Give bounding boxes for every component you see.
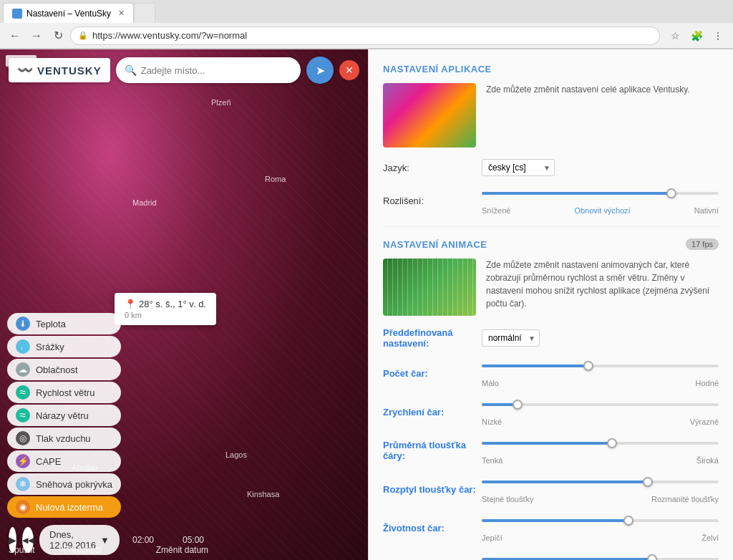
cape-label: CAPE — [36, 456, 61, 467]
zivotnost-labels: Jepičí Želví — [482, 534, 719, 542]
map-area[interactable]: 400 m Plzeň Roma Madrid Abidjan Lagos Ki… — [0, 49, 368, 560]
cape-icon: ⚡ — [16, 454, 30, 468]
search-box[interactable]: 🔍 — [116, 57, 301, 83]
anim-preview-lines — [383, 259, 476, 316]
menu-icon[interactable]: ⋮ — [709, 26, 727, 45]
pocet-car-content: Málo Hodné — [482, 359, 719, 387]
language-content: česky [cs] English [en] Deutsch [de] — [482, 159, 719, 176]
menu-item-rychlost-vetru[interactable]: ≈ Rychlost větru — [7, 382, 121, 403]
zivotnost-track[interactable] — [482, 519, 719, 522]
tab-title: Nastavení – VentuSky — [26, 9, 111, 19]
url-text: https://www.ventusky.com/?w=normal — [92, 30, 652, 41]
resolution-slider-container — [482, 186, 719, 201]
prumerna-tloustka-fill — [482, 442, 612, 445]
prumerna-tloustka-thumb[interactable] — [607, 438, 617, 448]
rozptyl-labels: Stejné tloušťky Rozmanité tloušťky — [482, 495, 719, 503]
back-button[interactable]: ← — [6, 26, 24, 45]
zrychleni-label: Zrychlení čar: — [383, 407, 476, 417]
pocet-car-thumb[interactable] — [583, 361, 593, 371]
zrychleni-track[interactable] — [482, 403, 719, 406]
city-label-roma: Roma — [265, 175, 286, 183]
zivotnost-high: Želví — [702, 534, 719, 542]
pocet-car-high: Hodné — [696, 379, 719, 387]
rozptyl-row: Rozptyl tloušťky čar: Stejné tloušťky Ro… — [383, 475, 719, 503]
menu-item-cape[interactable]: ⚡ CAPE — [7, 450, 121, 472]
app-preview-row: Zde můžete změnit nastavení celé aplikac… — [383, 83, 719, 148]
time-label-1: 02:00 — [132, 535, 154, 545]
resolution-slider-track[interactable] — [482, 192, 719, 195]
pocet-car-track[interactable] — [482, 365, 719, 367]
anim-settings-title: NASTAVENÍ ANIMACE — [383, 239, 487, 250]
search-input[interactable] — [141, 65, 292, 76]
left-menu: 🌡 Teplota 💧 Srážky ☁ Oblačnost ≈ Rychlos… — [7, 313, 121, 518]
menu-item-oblacnost[interactable]: ☁ Oblačnost — [7, 359, 121, 380]
sneh-icon: ❄ — [16, 477, 30, 491]
rozptyl-label: Rozptyl tloušťky čar: — [383, 484, 476, 495]
predefined-select-wrapper[interactable]: normální nízké vysoké — [482, 329, 540, 347]
zrychleni-row: Zrychlení čar: Nízké Výrazné — [383, 397, 719, 426]
zmenit-datum-label: Změnit datum — [156, 545, 208, 555]
predefined-label: Předdefinovaná nastavení: — [383, 327, 476, 349]
resolution-reset-link[interactable]: Obnovit výchozí — [574, 206, 630, 215]
zrychleni-labels: Nízké Výrazné — [482, 417, 719, 426]
prumerna-tloustka-labels: Tenká Široká — [482, 456, 719, 465]
language-select[interactable]: česky [cs] English [en] Deutsch [de] — [482, 159, 555, 176]
menu-item-sneh[interactable]: ❄ Sněhová pokrývka — [7, 473, 121, 495]
zrychleni-thumb[interactable] — [513, 400, 523, 410]
city-label-lagos: Lagos — [225, 450, 247, 459]
https-lock-icon: 🔒 — [78, 31, 88, 40]
city-label-plzen: Plzeň — [211, 98, 231, 107]
rozptyl-low: Stejné tloušťky — [482, 495, 534, 503]
bookmark-icon[interactable]: ☆ — [666, 26, 684, 45]
city-label-madrid: Madrid — [132, 198, 157, 207]
logo-text: VENTUSKY — [37, 64, 102, 77]
language-select-wrapper[interactable]: česky [cs] English [en] Deutsch [de] — [482, 159, 555, 176]
resolution-label: Rozlišení: — [383, 195, 476, 206]
app-settings-desc: Zde můžete změnit nastavení celé aplikac… — [486, 83, 690, 148]
address-bar[interactable]: 🔒 https://www.ventusky.com/?w=normal — [70, 26, 660, 45]
rozptyl-thumb[interactable] — [643, 477, 653, 487]
menu-item-narazy-vetru[interactable]: ≈ Nárazy větru — [7, 405, 121, 426]
predchozi-label: Předchozí — [64, 545, 102, 555]
logo-box: 〰️ VENTUSKY — [9, 58, 110, 82]
predefined-row: Předdefinovaná nastavení: normální nízké… — [383, 327, 719, 349]
refresh-button[interactable]: ↻ — [49, 26, 67, 45]
anim-settings-desc: Zde můžete změnit nastavení animovaných … — [486, 259, 719, 310]
forward-button[interactable]: → — [27, 26, 46, 45]
prumerna-tloustka-track[interactable] — [482, 442, 719, 445]
zivotnost-fill — [482, 519, 628, 522]
extensions-icon[interactable]: 🧩 — [687, 26, 706, 45]
time-label-2: 05:00 — [183, 535, 204, 545]
oblacnost-icon: ☁ — [16, 362, 30, 377]
tab-close-button[interactable]: ✕ — [118, 9, 125, 18]
fps-badge: 17 fps — [686, 238, 719, 250]
search-icon: 🔍 — [125, 64, 137, 76]
izoterma-icon: ◉ — [16, 500, 30, 514]
menu-item-izoterma[interactable]: ◉ Nulová izoterma — [7, 496, 121, 518]
pocet-car-label: Počet čar: — [383, 368, 476, 379]
rychlost-label: Rychlost větru — [36, 387, 94, 398]
prumerna-high: Široká — [696, 456, 719, 465]
zivotnost-thumb[interactable] — [623, 516, 634, 526]
date-dropdown-icon: ▼ — [100, 535, 110, 546]
pruhlednost-thumb[interactable] — [647, 554, 657, 560]
menu-item-tlak[interactable]: ◎ Tlak vzduchu — [7, 428, 121, 449]
navigate-button[interactable]: ➤ — [306, 57, 334, 84]
predefined-select[interactable]: normální nízké vysoké — [482, 329, 540, 347]
coord-text: 28° s. š., 1° v. d. — [139, 299, 206, 309]
city-label-kinshasa: Kinshasa — [247, 490, 279, 498]
menu-item-teplota[interactable]: 🌡 Teplota — [7, 313, 121, 334]
izoterma-label: Nulová izoterma — [36, 502, 103, 513]
resolution-slider-fill — [482, 192, 671, 195]
rozptyl-track[interactable] — [482, 481, 719, 483]
prumerna-tloustka-row: Průměrná tloušťka čáry: Tenká Široká — [383, 436, 719, 465]
zivotnost-low: Jepičí — [482, 534, 503, 542]
new-tab[interactable] — [134, 3, 155, 23]
settings-panel: NASTAVENÍ APLIKACE Zde můžete změnit nas… — [368, 49, 733, 560]
narazy-label: Nárazy větru — [36, 410, 89, 421]
close-settings-button[interactable]: ✕ — [339, 60, 359, 80]
menu-item-srazky[interactable]: 💧 Srážky — [7, 336, 121, 357]
rozptyl-fill — [482, 481, 648, 483]
active-tab[interactable]: Nastavení – VentuSky ✕ — [3, 3, 134, 23]
resolution-slider-thumb[interactable] — [666, 188, 676, 198]
